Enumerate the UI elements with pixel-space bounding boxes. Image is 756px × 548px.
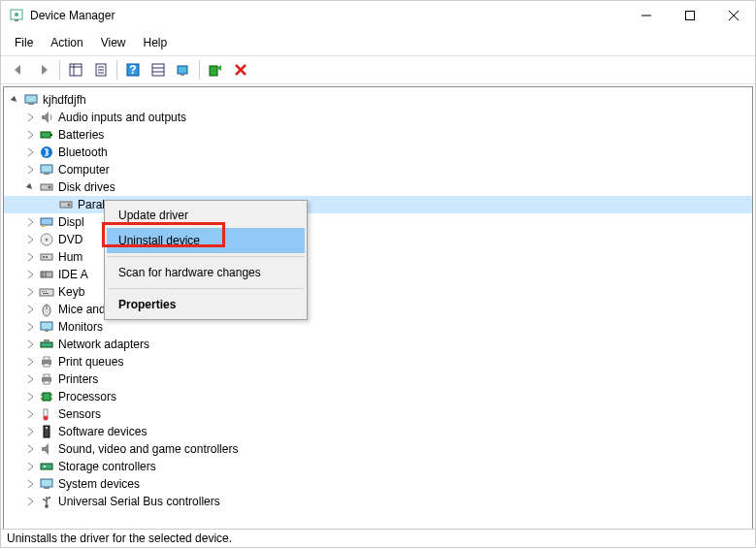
svg-rect-19 (178, 66, 187, 74)
expand-icon[interactable] (23, 320, 37, 334)
expand-icon[interactable] (23, 303, 37, 316)
expand-icon[interactable] (23, 407, 37, 421)
svg-rect-47 (44, 291, 45, 292)
ctx-update-driver[interactable]: Update driver (107, 203, 305, 228)
svg-rect-73 (41, 479, 52, 487)
svg-rect-24 (25, 95, 37, 103)
svg-rect-60 (44, 374, 49, 377)
ctx-separator (108, 288, 304, 289)
monitor-icon (39, 319, 54, 335)
status-bar: Uninstalls the driver for the selected d… (1, 529, 755, 547)
tree-item-processors[interactable]: Processors (4, 388, 752, 405)
svg-rect-62 (43, 393, 50, 401)
expand-icon[interactable] (23, 355, 37, 369)
expand-icon[interactable] (23, 145, 37, 159)
svg-point-72 (44, 466, 46, 467)
menu-view[interactable]: View (93, 34, 134, 51)
collapse-icon[interactable] (8, 93, 21, 107)
svg-rect-4 (685, 12, 694, 20)
svg-rect-40 (43, 256, 45, 258)
keyboard-icon (39, 284, 54, 300)
tree-item-batteries[interactable]: Batteries (4, 126, 752, 144)
collapse-icon[interactable] (23, 180, 37, 194)
mouse-icon (39, 302, 54, 317)
expand-icon[interactable] (23, 215, 37, 229)
close-button[interactable] (711, 1, 755, 30)
tree-item-monitors[interactable]: Monitors (4, 318, 752, 336)
svg-rect-29 (41, 165, 52, 173)
expand-icon[interactable] (23, 111, 37, 124)
dvd-icon (39, 232, 54, 247)
help-button[interactable]: ? (121, 58, 145, 81)
expand-icon[interactable] (23, 233, 37, 246)
storage-icon (39, 459, 54, 474)
tree-item-network[interactable]: Network adapters (4, 336, 752, 353)
expand-icon[interactable] (23, 163, 37, 177)
tree-root[interactable]: kjhdfdjfh (4, 91, 752, 109)
tree-item-bluetooth[interactable]: Bluetooth (4, 144, 752, 161)
tree-item-system[interactable]: System devices (4, 475, 752, 493)
menu-action[interactable]: Action (43, 34, 90, 51)
scan-hardware-button[interactable] (172, 58, 195, 81)
svg-rect-61 (44, 381, 49, 384)
toolbar: ? (1, 55, 755, 84)
svg-point-77 (43, 499, 45, 500)
expand-icon[interactable] (23, 477, 37, 491)
enable-button[interactable] (204, 58, 227, 81)
expand-icon[interactable] (23, 390, 37, 403)
expand-icon[interactable] (23, 442, 37, 456)
expand-icon[interactable] (23, 128, 37, 142)
expand-icon[interactable] (23, 250, 37, 264)
tree-item-printers[interactable]: Printers (4, 371, 752, 388)
tree-item-sound[interactable]: Sound, video and game controllers (4, 440, 752, 458)
forward-button[interactable] (32, 58, 55, 81)
tree-item-audio[interactable]: Audio inputs and outputs (4, 109, 752, 126)
printer-icon (39, 371, 54, 387)
tree-item-sensors[interactable]: Sensors (4, 405, 752, 423)
svg-rect-49 (43, 293, 49, 294)
svg-rect-48 (46, 291, 47, 292)
tree-item-storage[interactable]: Storage controllers (4, 458, 752, 475)
tree-item-usb[interactable]: Universal Serial Bus controllers (4, 493, 752, 510)
minimize-button[interactable] (624, 1, 668, 30)
svg-text:?: ? (129, 63, 136, 77)
show-hide-tree-button[interactable] (64, 58, 87, 81)
tree-item-print-queues[interactable]: Print queues (4, 353, 752, 371)
sound-icon (39, 441, 54, 457)
svg-rect-41 (46, 256, 48, 258)
list-button[interactable] (147, 58, 170, 81)
menu-file[interactable]: File (7, 34, 41, 51)
expand-icon[interactable] (23, 495, 37, 508)
ctx-uninstall-device[interactable]: Uninstall device (107, 228, 305, 253)
expand-icon[interactable] (23, 460, 37, 473)
expand-icon[interactable] (23, 338, 37, 351)
toolbar-separator (116, 60, 117, 80)
menu-help[interactable]: Help (136, 34, 176, 51)
usb-icon (39, 494, 54, 509)
svg-point-34 (68, 204, 71, 207)
back-button[interactable] (7, 58, 30, 81)
ctx-scan-hardware[interactable]: Scan for hardware changes (107, 260, 305, 285)
expand-icon[interactable] (23, 285, 37, 299)
svg-rect-57 (44, 357, 49, 360)
maximize-button[interactable] (668, 1, 711, 30)
properties-button[interactable] (89, 58, 113, 81)
tree-item-software[interactable]: Software devices (4, 423, 752, 440)
processor-icon (39, 389, 54, 404)
svg-rect-45 (40, 289, 53, 296)
display-adapter-icon (39, 214, 54, 230)
tree-item-computer[interactable]: Computer (4, 161, 752, 178)
expand-icon[interactable] (23, 425, 37, 438)
svg-rect-26 (41, 132, 50, 138)
tree-item-disk-drives[interactable]: Disk drives (4, 178, 752, 196)
svg-rect-53 (45, 330, 49, 332)
software-icon (39, 424, 54, 439)
uninstall-button[interactable] (229, 58, 252, 81)
ctx-properties[interactable]: Properties (107, 292, 305, 317)
svg-point-38 (46, 239, 49, 242)
svg-rect-46 (42, 291, 43, 292)
svg-rect-52 (41, 322, 52, 330)
expand-icon[interactable] (23, 372, 37, 386)
svg-rect-20 (181, 74, 184, 76)
expand-icon[interactable] (23, 268, 37, 281)
